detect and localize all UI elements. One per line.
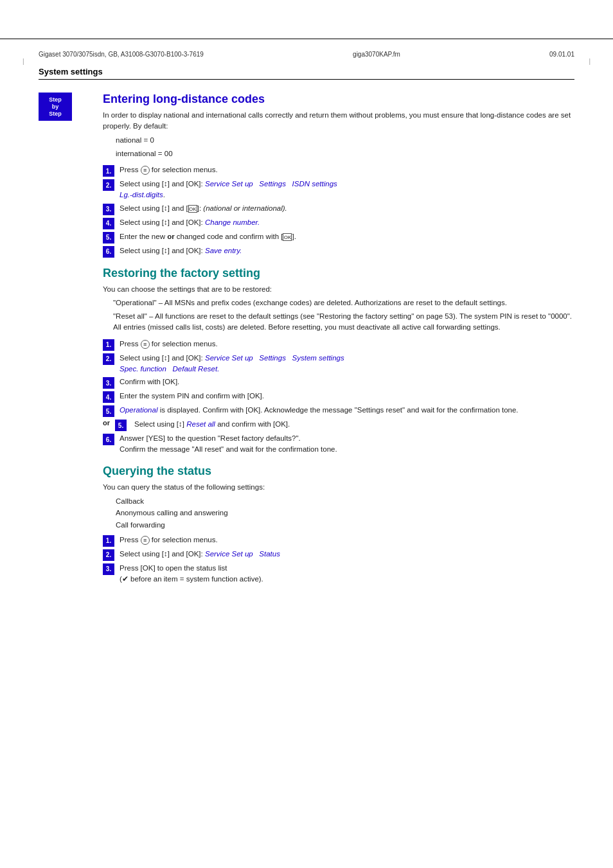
restoring-step-num-1: 1. [103, 339, 114, 351]
link-save-entry: Save entry. [205, 247, 242, 254]
step-num-2: 2. [103, 179, 114, 191]
corner-mark-tl: | [22, 58, 24, 65]
step-num-3: 3. [103, 204, 114, 215]
link-spec-function: Spec. function [120, 365, 166, 373]
link-service-setup-q: Service Set up [205, 550, 253, 558]
querying-step-num-2: 2. [103, 549, 114, 561]
restoring-step-num-2: 2. [103, 353, 114, 365]
link-service-set-up: Service Set up [205, 180, 253, 188]
menu-icon-r1: ≡ [141, 340, 150, 349]
entering-default2: international = 00 [116, 148, 574, 159]
ok-icon-5: OK [283, 233, 292, 241]
querying-step-text-1: Press ≡ for selection menus. [120, 535, 574, 545]
link-service-setup-r: Service Set up [205, 354, 253, 362]
restoring-step-num-3: 3. [103, 377, 114, 389]
restoring-steps: 1. Press ≡ for selection menus. 2. Selec… [103, 339, 574, 456]
querying-title: Querying the status [103, 465, 574, 478]
restoring-step-num-6: 6. [103, 434, 114, 445]
querying-intro: You can query the status of the followin… [103, 482, 574, 493]
restoring-step-text-2: Select using [↕] and [OK]: Service Set u… [120, 353, 574, 375]
restoring-step-text-4: Enter the system PIN and confirm with [O… [120, 391, 574, 402]
restoring-title: Restoring the factory setting [103, 267, 574, 280]
step-text-2: Select using [↕] and [OK]: Service Set u… [120, 179, 574, 201]
header-right: 09.01.01 [549, 51, 574, 58]
step-num-6: 6. [103, 246, 114, 258]
querying-step-2: 2. Select using [↕] and [OK]: Service Se… [103, 549, 574, 561]
restoring-step-2: 2. Select using [↕] and [OK]: Service Se… [103, 353, 574, 375]
entering-step-1: 1. Press ≡ for selection menus. [103, 164, 574, 177]
reset-all-link: Reset all [186, 420, 215, 428]
step-num-4: 4. [103, 218, 114, 229]
link-system-settings: System settings [292, 354, 344, 362]
restoring-step-text-1: Press ≡ for selection menus. [120, 339, 574, 350]
entering-step-6: 6. Select using [↕] and [OK]: Save entry… [103, 245, 574, 258]
or-label: or [103, 419, 110, 427]
link-status-q: Status [259, 550, 280, 558]
restoring-step-4: 4. Enter the system PIN and confirm with… [103, 391, 574, 403]
menu-icon: ≡ [141, 166, 150, 175]
restoring-quote2: "Reset all" – All functions are reset to… [113, 311, 574, 333]
restoring-step-num-4: 4. [103, 391, 114, 403]
restoring-intro: You can choose the settings that are to … [103, 284, 574, 295]
entering-intro: In order to display national and interna… [103, 110, 574, 132]
step-num-1: 1. [103, 165, 114, 177]
restoring-quote1: "Operational" – All MSNs and prefix code… [113, 297, 574, 308]
main-content: Step by Step Entering long-distance code… [39, 90, 574, 587]
section-title: System settings [39, 67, 103, 76]
step-text-5: Enter the new or changed code and confir… [120, 231, 574, 242]
entering-step-5: 5. Enter the new or changed code and con… [103, 231, 574, 244]
section-title-bar: System settings [39, 67, 574, 80]
corner-mark-tr: | [589, 58, 591, 65]
querying-step-num-3: 3. [103, 563, 114, 575]
step-num-5: 5. [103, 232, 114, 244]
menu-icon-q1: ≡ [141, 536, 150, 545]
entering-step-2: 2. Select using [↕] and [OK]: Service Se… [103, 179, 574, 201]
link-settings-r: Settings [259, 354, 286, 362]
restoring-step-1: 1. Press ≡ for selection menus. [103, 339, 574, 351]
querying-step-num-1: 1. [103, 535, 114, 547]
querying-step-3: 3. Press [OK] to open the status list(✔ … [103, 563, 574, 585]
bullet-callback: Callback [116, 495, 574, 507]
link-isdn-settings: ISDN settings [292, 180, 337, 188]
header: Gigaset 3070/3075isdn, GB, A31008-G3070-… [0, 39, 613, 62]
step-text-6: Select using [↕] and [OK]: Save entry. [120, 245, 574, 256]
querying-step-1: 1. Press ≡ for selection menus. [103, 535, 574, 547]
restoring-step-text-6: Answer [YES] to the question "Reset fact… [120, 433, 574, 456]
restoring-step-text-5or: Select using [↕] Reset all and confirm w… [134, 419, 574, 430]
restoring-step-3: 3. Confirm with [OK]. [103, 376, 574, 389]
restoring-step-6: 6. Answer [YES] to the question "Reset f… [103, 433, 574, 456]
entering-step-3: 3. Select using [↕] and [OK]: (national … [103, 203, 574, 215]
header-center: giga3070KAP.fm [353, 51, 400, 58]
right-column: Entering long-distance codes In order to… [103, 90, 574, 587]
restoring-step-text-5: Operational is displayed. Confirm with [… [120, 405, 574, 416]
restoring-step-num-5: 5. [103, 405, 114, 417]
step3-italic: (national or international). [203, 204, 287, 212]
link-change-number: Change number. [205, 218, 260, 226]
restoring-section: Restoring the factory setting You can ch… [103, 267, 574, 333]
left-column: Step by Step [39, 90, 90, 587]
page: | | | | Gigaset 3070/3075isdn, GB, A3100… [0, 39, 613, 868]
querying-section: Querying the status You can query the st… [103, 465, 574, 531]
operational-link: Operational [120, 406, 157, 414]
restoring-step-5: 5. Operational is displayed. Confirm wit… [103, 405, 574, 417]
link-default-reset: Default Reset. [172, 365, 219, 373]
step-text-4: Select using [↕] and [OK]: Change number… [120, 217, 574, 228]
entering-title: Entering long-distance codes [103, 93, 574, 106]
entering-steps: 1. Press ≡ for selection menus. 2. Selec… [103, 164, 574, 258]
querying-step-text-3: Press [OK] to open the status list(✔ bef… [120, 563, 574, 585]
ok-icon-3: OK [188, 205, 197, 213]
header-left: Gigaset 3070/3075isdn, GB, A31008-G3070-… [39, 51, 204, 58]
entering-step-4: 4. Select using [↕] and [OK]: Change num… [103, 217, 574, 229]
querying-steps: 1. Press ≡ for selection menus. 2. Selec… [103, 535, 574, 585]
querying-step-text-2: Select using [↕] and [OK]: Service Set u… [120, 549, 574, 560]
step-text-3: Select using [↕] and [OK]: (national or … [120, 203, 574, 214]
entering-default1: national = 0 [116, 135, 574, 146]
bullet-anonymous: Anonymous calling and answering [116, 507, 574, 518]
restoring-step-5or: or 5. Select using [↕] Reset all and con… [103, 419, 574, 431]
step-by-step-badge: Step by Step [39, 93, 72, 121]
restoring-step-num-5or: 5. [115, 420, 127, 431]
restoring-step-text-3: Confirm with [OK]. [120, 376, 574, 387]
bullet-call-forwarding: Call forwarding [116, 519, 574, 531]
link-lg-dist-digits: Lg.-dist.digits [120, 191, 163, 199]
step-text-1: Press ≡ for selection menus. [120, 164, 574, 175]
